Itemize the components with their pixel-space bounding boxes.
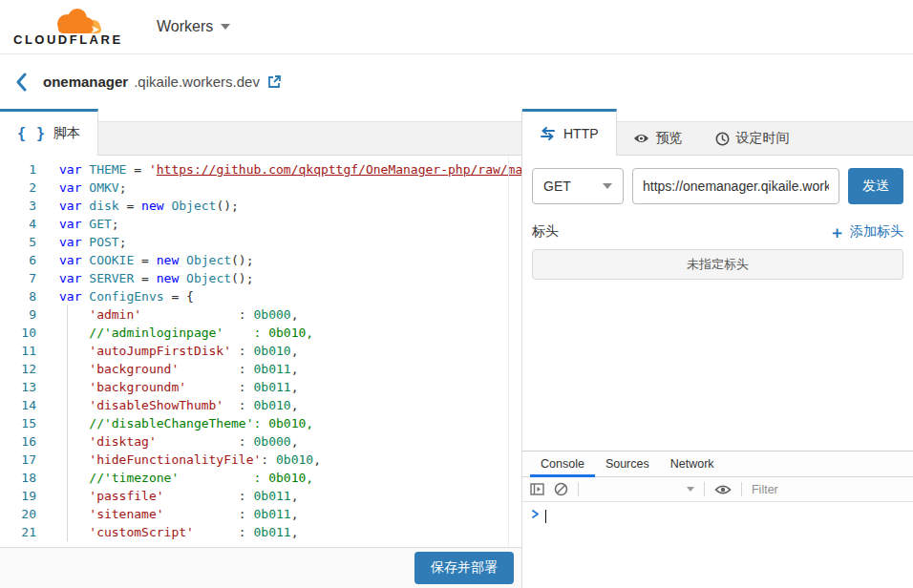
tab-http[interactable]: HTTP bbox=[522, 109, 617, 156]
headers-label: 标头 bbox=[532, 223, 559, 241]
toolbar-divider bbox=[741, 482, 742, 496]
code-line[interactable]: 15 //'disableChangeTheme': 0b010, bbox=[0, 414, 521, 432]
code-line[interactable]: 13 'backgroundm' : 0b011, bbox=[0, 378, 521, 396]
add-header-button[interactable]: ＋ 添加标头 bbox=[829, 223, 903, 241]
console-tabbar: Console Sources Network bbox=[522, 452, 913, 477]
line-number: 18 bbox=[0, 469, 36, 487]
tab-script[interactable]: { } 脚本 bbox=[0, 109, 98, 156]
tab-schedule[interactable]: 设定时间 bbox=[699, 122, 806, 155]
context-selector[interactable] bbox=[588, 487, 695, 492]
line-number: 17 bbox=[0, 451, 36, 469]
code-line[interactable]: 6var COOKIE = new Object(); bbox=[0, 251, 521, 269]
worker-domain-suffix: .qikaile.workers.dev bbox=[134, 74, 260, 90]
main-area: { } 脚本 1var THEME = 'https://github.com/… bbox=[0, 109, 913, 588]
console-prompt-row[interactable] bbox=[522, 502, 913, 588]
tab-preview[interactable]: 预览 bbox=[617, 122, 699, 155]
swap-arrows-icon bbox=[540, 127, 556, 140]
code-line[interactable]: 16 'disktag' : 0b000, bbox=[0, 432, 521, 451]
code-line[interactable]: 2var OMKV; bbox=[0, 178, 521, 197]
code-line[interactable]: 12 'background' : 0b011, bbox=[0, 360, 521, 378]
tab-http-label: HTTP bbox=[563, 126, 599, 141]
console-prompt-chevron-icon bbox=[531, 509, 540, 519]
braces-icon: { } bbox=[17, 125, 46, 142]
code-line[interactable]: 7var SERVER = new Object(); bbox=[0, 269, 521, 287]
method-select[interactable]: GET bbox=[532, 168, 624, 204]
line-number: 5 bbox=[0, 233, 36, 251]
external-link-icon[interactable] bbox=[266, 74, 282, 90]
breadcrumb: onemanager .qikaile.workers.dev bbox=[0, 54, 913, 109]
line-number: 20 bbox=[0, 505, 36, 523]
back-button[interactable] bbox=[15, 73, 28, 92]
line-number: 14 bbox=[0, 396, 36, 414]
line-number: 9 bbox=[0, 305, 36, 324]
http-pane-spacer bbox=[522, 280, 913, 451]
workers-dropdown[interactable]: Workers bbox=[157, 18, 230, 35]
code-line[interactable]: 4var GET; bbox=[0, 215, 521, 233]
tab-sources[interactable]: Sources bbox=[595, 452, 660, 476]
chevron-down-icon bbox=[221, 24, 230, 30]
line-number: 12 bbox=[0, 360, 36, 378]
headers-section: 标头 ＋ 添加标头 未指定标头 bbox=[532, 223, 903, 280]
code-line[interactable]: 11 'autoJumpFirstDisk' : 0b010, bbox=[0, 342, 521, 360]
line-number: 4 bbox=[0, 215, 36, 233]
workers-editor-page: CLOUDFLARE Workers onemanager .qikaile.w… bbox=[0, 0, 913, 588]
cloudflare-cloud-icon bbox=[50, 7, 103, 34]
cloudflare-logo[interactable]: CLOUDFLARE bbox=[13, 7, 118, 47]
text-cursor bbox=[545, 510, 546, 523]
editor-tabbar: { } 脚本 bbox=[0, 109, 521, 156]
code-line[interactable]: 5var POST; bbox=[0, 233, 521, 251]
send-button[interactable]: 发送 bbox=[848, 168, 903, 204]
no-headers-box: 未指定标头 bbox=[532, 249, 903, 280]
editor-tabbar-empty bbox=[98, 121, 521, 156]
http-tabbar-rest: 预览 设定时间 bbox=[617, 121, 913, 156]
code-line[interactable]: 1var THEME = 'https://github.com/qkqpttg… bbox=[0, 160, 521, 178]
console-filter-input[interactable] bbox=[752, 483, 905, 496]
tab-preview-label: 预览 bbox=[656, 130, 683, 147]
line-number: 15 bbox=[0, 414, 36, 432]
line-number: 8 bbox=[0, 287, 36, 305]
code-line[interactable]: 20 'sitename' : 0b011, bbox=[0, 505, 521, 523]
editor-scrollbar[interactable] bbox=[508, 156, 509, 547]
code-line[interactable]: 8var ConfigEnvs = { bbox=[0, 287, 521, 305]
code-line[interactable]: 17 'hideFunctionalityFile': 0b010, bbox=[0, 451, 521, 469]
code-line[interactable]: 9 'admin' : 0b000, bbox=[0, 305, 521, 324]
chevron-down-icon bbox=[687, 487, 694, 492]
plus-icon: ＋ bbox=[829, 224, 845, 241]
http-pane: HTTP 预览 设定时间 bbox=[522, 109, 913, 588]
code-line[interactable]: 10 //'adminloginpage' : 0b010, bbox=[0, 324, 521, 342]
clear-console-icon[interactable] bbox=[554, 482, 568, 496]
line-number: 10 bbox=[0, 324, 36, 342]
tab-schedule-label: 设定时间 bbox=[736, 130, 790, 147]
indent-guide bbox=[67, 305, 68, 541]
line-number: 21 bbox=[0, 523, 36, 541]
live-expression-eye-icon[interactable] bbox=[714, 484, 732, 495]
cloudflare-wordmark: CLOUDFLARE bbox=[13, 32, 123, 47]
line-number: 2 bbox=[0, 178, 36, 197]
line-number: 3 bbox=[0, 197, 36, 215]
code-line[interactable]: 19 'passfile' : 0b011, bbox=[0, 487, 521, 505]
devtools-console: Console Sources Network bbox=[522, 451, 913, 588]
code-line[interactable]: 21 'customScript' : 0b011, bbox=[0, 523, 521, 541]
code-line[interactable]: 14 'disableShowThumb' : 0b010, bbox=[0, 396, 521, 414]
toolbar-divider bbox=[578, 482, 579, 496]
save-and-deploy-button[interactable]: 保存并部署 bbox=[414, 552, 514, 584]
console-sidebar-icon[interactable] bbox=[530, 483, 544, 495]
code-line[interactable]: 18 //'timezone' : 0b010, bbox=[0, 469, 521, 487]
editor-pane: { } 脚本 1var THEME = 'https://github.com/… bbox=[0, 109, 522, 588]
clock-icon bbox=[715, 132, 730, 146]
line-number: 6 bbox=[0, 251, 36, 269]
request-url-input[interactable] bbox=[632, 168, 839, 204]
tab-network[interactable]: Network bbox=[660, 452, 725, 476]
line-number: 19 bbox=[0, 487, 36, 505]
workers-dropdown-label: Workers bbox=[157, 18, 213, 35]
eye-icon bbox=[633, 133, 649, 144]
code-line[interactable]: 3var disk = new Object(); bbox=[0, 197, 521, 215]
code-editor[interactable]: 1var THEME = 'https://github.com/qkqpttg… bbox=[0, 156, 521, 547]
tab-script-label: 脚本 bbox=[53, 125, 80, 142]
tab-console[interactable]: Console bbox=[530, 452, 595, 476]
code-lines: 1var THEME = 'https://github.com/qkqpttg… bbox=[0, 160, 521, 541]
editor-footer: 保存并部署 bbox=[0, 547, 521, 588]
line-number: 13 bbox=[0, 378, 36, 396]
chevron-down-icon bbox=[603, 183, 612, 189]
request-row: GET 发送 bbox=[532, 168, 903, 204]
